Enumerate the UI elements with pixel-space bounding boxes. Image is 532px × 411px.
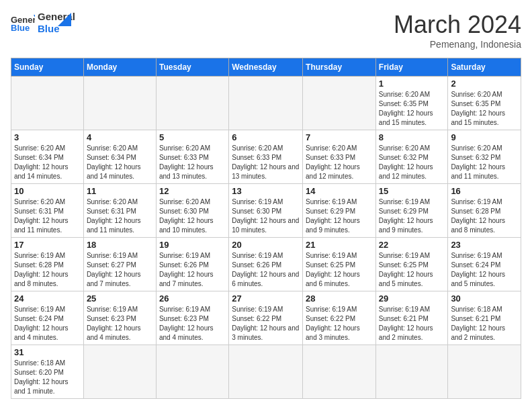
- calendar-week-row: 1Sunrise: 6:20 AM Sunset: 6:35 PM Daylig…: [11, 77, 521, 130]
- calendar-day-cell: [229, 345, 303, 399]
- calendar-day-cell: 11Sunrise: 6:20 AM Sunset: 6:31 PM Dayli…: [83, 184, 156, 238]
- calendar-day-cell: 24Sunrise: 6:19 AM Sunset: 6:24 PM Dayli…: [11, 291, 84, 345]
- day-info: Sunrise: 6:20 AM Sunset: 6:31 PM Dayligh…: [87, 197, 153, 235]
- day-info: Sunrise: 6:20 AM Sunset: 6:32 PM Dayligh…: [451, 144, 518, 181]
- calendar-day-cell: 27Sunrise: 6:19 AM Sunset: 6:22 PM Dayli…: [229, 291, 303, 345]
- month-title: March 2024: [394, 11, 521, 39]
- calendar-day-cell: 15Sunrise: 6:19 AM Sunset: 6:29 PM Dayli…: [375, 184, 448, 238]
- calendar-header: SundayMondayTuesdayWednesdayThursdayFrid…: [11, 58, 521, 77]
- day-number: 9: [451, 132, 518, 142]
- day-info: Sunrise: 6:19 AM Sunset: 6:23 PM Dayligh…: [87, 305, 153, 342]
- day-info: Sunrise: 6:19 AM Sunset: 6:27 PM Dayligh…: [87, 251, 153, 289]
- logo-triangle-icon: [58, 13, 71, 26]
- calendar-day-cell: 18Sunrise: 6:19 AM Sunset: 6:27 PM Dayli…: [83, 238, 156, 291]
- calendar-day-cell: 7Sunrise: 6:20 AM Sunset: 6:33 PM Daylig…: [303, 130, 376, 184]
- day-info: Sunrise: 6:19 AM Sunset: 6:29 PM Dayligh…: [379, 197, 445, 235]
- day-number: 24: [14, 293, 81, 304]
- day-info: Sunrise: 6:19 AM Sunset: 6:28 PM Dayligh…: [14, 251, 81, 289]
- calendar-day-cell: 26Sunrise: 6:19 AM Sunset: 6:23 PM Dayli…: [156, 291, 228, 345]
- calendar-day-cell: 10Sunrise: 6:20 AM Sunset: 6:31 PM Dayli…: [11, 184, 84, 238]
- day-info: Sunrise: 6:20 AM Sunset: 6:33 PM Dayligh…: [232, 144, 300, 181]
- day-info: Sunrise: 6:20 AM Sunset: 6:31 PM Dayligh…: [14, 197, 81, 235]
- day-number: 4: [87, 132, 153, 142]
- weekday-header-monday: Monday: [83, 58, 156, 77]
- day-number: 13: [232, 186, 300, 196]
- calendar-day-cell: [303, 345, 376, 399]
- day-number: 18: [87, 240, 153, 250]
- calendar-day-cell: 21Sunrise: 6:19 AM Sunset: 6:25 PM Dayli…: [303, 238, 376, 291]
- calendar-day-cell: [303, 77, 376, 130]
- day-number: 12: [159, 186, 226, 196]
- calendar-week-row: 31Sunrise: 6:18 AM Sunset: 6:20 PM Dayli…: [11, 345, 521, 399]
- day-number: 25: [87, 293, 153, 304]
- day-info: Sunrise: 6:20 AM Sunset: 6:35 PM Dayligh…: [379, 90, 445, 128]
- day-number: 11: [87, 186, 153, 196]
- day-number: 29: [379, 293, 445, 304]
- day-info: Sunrise: 6:19 AM Sunset: 6:28 PM Dayligh…: [451, 197, 518, 235]
- calendar-day-cell: 22Sunrise: 6:19 AM Sunset: 6:25 PM Dayli…: [375, 238, 448, 291]
- day-info: Sunrise: 6:20 AM Sunset: 6:34 PM Dayligh…: [87, 144, 153, 181]
- calendar-day-cell: [156, 77, 228, 130]
- day-number: 7: [306, 132, 373, 142]
- svg-text:Blue: Blue: [11, 23, 30, 32]
- calendar-day-cell: [83, 77, 156, 130]
- day-number: 8: [379, 132, 445, 142]
- calendar-day-cell: 1Sunrise: 6:20 AM Sunset: 6:35 PM Daylig…: [375, 77, 448, 130]
- calendar-day-cell: 9Sunrise: 6:20 AM Sunset: 6:32 PM Daylig…: [448, 130, 521, 184]
- day-info: Sunrise: 6:20 AM Sunset: 6:33 PM Dayligh…: [159, 144, 226, 181]
- title-block: March 2024 Pemenang, Indonesia: [394, 11, 521, 50]
- calendar-week-row: 24Sunrise: 6:19 AM Sunset: 6:24 PM Dayli…: [11, 291, 521, 345]
- day-info: Sunrise: 6:19 AM Sunset: 6:30 PM Dayligh…: [232, 197, 300, 235]
- day-number: 1: [379, 79, 445, 89]
- calendar-day-cell: 29Sunrise: 6:19 AM Sunset: 6:21 PM Dayli…: [375, 291, 448, 345]
- day-number: 5: [159, 132, 226, 142]
- day-info: Sunrise: 6:19 AM Sunset: 6:29 PM Dayligh…: [306, 197, 373, 235]
- day-info: Sunrise: 6:18 AM Sunset: 6:20 PM Dayligh…: [14, 359, 81, 396]
- day-number: 17: [14, 240, 81, 250]
- day-info: Sunrise: 6:20 AM Sunset: 6:30 PM Dayligh…: [159, 197, 226, 235]
- calendar-day-cell: 8Sunrise: 6:20 AM Sunset: 6:32 PM Daylig…: [375, 130, 448, 184]
- logo: General Blue General Blue: [11, 11, 71, 35]
- svg-marker-3: [58, 13, 71, 26]
- calendar-day-cell: [375, 345, 448, 399]
- day-number: 3: [14, 132, 81, 142]
- day-info: Sunrise: 6:20 AM Sunset: 6:33 PM Dayligh…: [306, 144, 373, 181]
- calendar-day-cell: 13Sunrise: 6:19 AM Sunset: 6:30 PM Dayli…: [229, 184, 303, 238]
- day-number: 31: [14, 347, 81, 357]
- day-number: 21: [306, 240, 373, 250]
- calendar-day-cell: 3Sunrise: 6:20 AM Sunset: 6:34 PM Daylig…: [11, 130, 84, 184]
- day-number: 27: [232, 293, 300, 304]
- day-info: Sunrise: 6:20 AM Sunset: 6:35 PM Dayligh…: [451, 90, 518, 128]
- page-header: General Blue General Blue March 2024 Pem…: [11, 11, 521, 50]
- day-number: 20: [232, 240, 300, 250]
- weekday-header-thursday: Thursday: [303, 58, 376, 77]
- calendar-table: SundayMondayTuesdayWednesdayThursdayFrid…: [11, 58, 521, 399]
- day-info: Sunrise: 6:19 AM Sunset: 6:24 PM Dayligh…: [451, 251, 518, 289]
- calendar-day-cell: 30Sunrise: 6:18 AM Sunset: 6:21 PM Dayli…: [448, 291, 521, 345]
- calendar-day-cell: 17Sunrise: 6:19 AM Sunset: 6:28 PM Dayli…: [11, 238, 84, 291]
- day-number: 2: [451, 79, 518, 89]
- calendar-day-cell: 12Sunrise: 6:20 AM Sunset: 6:30 PM Dayli…: [156, 184, 228, 238]
- calendar-day-cell: 16Sunrise: 6:19 AM Sunset: 6:28 PM Dayli…: [448, 184, 521, 238]
- day-number: 30: [451, 293, 518, 304]
- day-info: Sunrise: 6:20 AM Sunset: 6:34 PM Dayligh…: [14, 144, 81, 181]
- calendar-day-cell: [83, 345, 156, 399]
- calendar-day-cell: 4Sunrise: 6:20 AM Sunset: 6:34 PM Daylig…: [83, 130, 156, 184]
- calendar-day-cell: [156, 345, 228, 399]
- day-number: 14: [306, 186, 373, 196]
- day-info: Sunrise: 6:19 AM Sunset: 6:26 PM Dayligh…: [159, 251, 226, 289]
- day-number: 22: [379, 240, 445, 250]
- calendar-body: 1Sunrise: 6:20 AM Sunset: 6:35 PM Daylig…: [11, 77, 521, 399]
- calendar-day-cell: [11, 77, 84, 130]
- day-info: Sunrise: 6:19 AM Sunset: 6:25 PM Dayligh…: [379, 251, 445, 289]
- calendar-day-cell: 31Sunrise: 6:18 AM Sunset: 6:20 PM Dayli…: [11, 345, 84, 399]
- calendar-day-cell: [229, 77, 303, 130]
- day-number: 6: [232, 132, 300, 142]
- day-info: Sunrise: 6:19 AM Sunset: 6:26 PM Dayligh…: [232, 251, 300, 289]
- weekday-header-sunday: Sunday: [11, 58, 84, 77]
- day-number: 19: [159, 240, 226, 250]
- day-number: 16: [451, 186, 518, 196]
- day-info: Sunrise: 6:19 AM Sunset: 6:21 PM Dayligh…: [379, 305, 445, 342]
- calendar-day-cell: 28Sunrise: 6:19 AM Sunset: 6:22 PM Dayli…: [303, 291, 376, 345]
- general-blue-logo-icon: General Blue: [11, 13, 35, 32]
